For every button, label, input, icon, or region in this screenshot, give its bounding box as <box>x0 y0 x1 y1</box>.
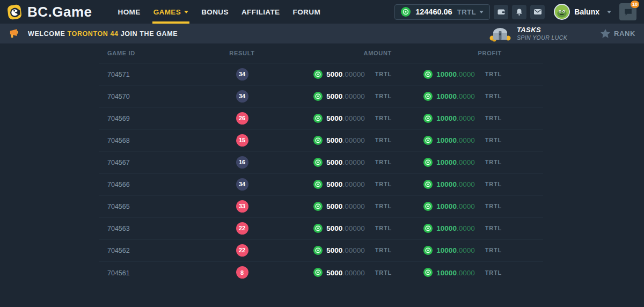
top-navigation-bar: BC.Game HOME GAMES BONUS AFFILIATE FORUM… <box>0 0 644 24</box>
balance-amount: 124460.06 <box>415 8 452 16</box>
amount-value: 5000.00000 TRTL <box>313 201 392 211</box>
amount-value: 5000.00000 TRTL <box>313 245 392 255</box>
nav-home[interactable]: HOME <box>112 0 147 24</box>
table-row[interactable]: 704567 16 5000.00000 TRTL <box>99 151 543 173</box>
trtl-coin-icon <box>423 180 433 189</box>
amount-currency: TRTL <box>375 181 392 187</box>
profit-currency: TRTL <box>485 159 502 165</box>
profit-value: 10000.0000 TRTL <box>423 245 502 255</box>
megaphone-icon <box>9 28 20 39</box>
game-id: 704563 <box>107 225 130 232</box>
result-badge: 8 <box>236 266 248 279</box>
envelope-icon <box>533 8 542 16</box>
table-row[interactable]: 704562 22 5000.00000 TRTL <box>99 239 543 261</box>
game-id: 704569 <box>107 115 130 122</box>
balance-currency: TRTL <box>457 8 484 16</box>
profit-value: 10000.0000 TRTL <box>423 91 502 101</box>
star-icon <box>601 29 610 38</box>
welcome-text: WELCOME TORONTON 44 JOIN THE GAME <box>28 30 178 38</box>
tasks-copy: TASKS SPIN YOUR LUCK <box>517 26 567 41</box>
header-right-controls: 124460.06 TRTL <box>394 3 636 20</box>
tasks-widget[interactable]: TASKS SPIN YOUR LUCK <box>489 26 567 42</box>
trtl-coin-icon <box>423 268 433 277</box>
trtl-coin-icon <box>423 136 433 145</box>
wallet-icon <box>497 8 506 16</box>
table-row[interactable]: 704570 34 5000.00000 TRTL <box>99 85 543 107</box>
trtl-coin-icon <box>401 7 411 17</box>
user-menu[interactable]: Balunx <box>554 4 611 20</box>
amount-currency: TRTL <box>375 71 392 77</box>
trtl-coin-icon <box>313 70 323 79</box>
profit-currency: TRTL <box>485 181 502 187</box>
amount-currency: TRTL <box>375 269 392 276</box>
result-badge: 22 <box>236 222 248 235</box>
profit-currency: TRTL <box>485 137 502 143</box>
welcome-message: WELCOME TORONTON 44 JOIN THE GAME <box>9 28 178 39</box>
trtl-coin-icon <box>313 224 323 233</box>
chat-bubble-icon <box>624 8 633 17</box>
trtl-coin-icon <box>313 114 323 123</box>
table-row[interactable]: 704565 33 5000.00000 TRTL <box>99 195 543 217</box>
trtl-coin-icon <box>423 246 433 255</box>
nav-games[interactable]: GAMES <box>147 0 195 24</box>
column-header-result: RESULT <box>218 50 266 56</box>
amount-value: 5000.00000 TRTL <box>313 179 392 189</box>
result-badge: 26 <box>236 112 248 125</box>
amount-value: 5000.00000 TRTL <box>313 91 392 101</box>
chat-unread-badge: 10 <box>631 1 639 8</box>
amount-currency: TRTL <box>375 137 392 143</box>
game-id: 704568 <box>107 137 130 144</box>
chevron-down-icon <box>607 11 611 13</box>
games-table-body: 704571 34 5000.00000 TRTL <box>99 63 543 283</box>
result-badge: 34 <box>236 90 248 103</box>
amount-currency: TRTL <box>375 225 392 231</box>
rank-widget[interactable]: RANK <box>601 29 635 38</box>
game-id: 704570 <box>107 93 130 100</box>
table-row[interactable]: 704561 8 5000.00000 TRTL <box>99 261 543 283</box>
profit-currency: TRTL <box>485 115 502 121</box>
trtl-coin-icon <box>423 92 433 101</box>
profit-value: 10000.0000 TRTL <box>423 179 502 189</box>
table-row[interactable]: 704563 22 5000.00000 TRTL <box>99 217 543 239</box>
balance-selector[interactable]: 124460.06 TRTL <box>394 4 490 20</box>
trtl-coin-icon <box>423 158 433 167</box>
profit-value: 10000.0000 TRTL <box>423 69 502 79</box>
profit-currency: TRTL <box>485 269 502 276</box>
wallet-button[interactable] <box>494 5 508 19</box>
profit-value: 10000.0000 TRTL <box>423 268 502 277</box>
game-id: 704565 <box>107 203 130 210</box>
table-row[interactable]: 704569 26 5000.00000 TRTL <box>99 107 543 129</box>
chat-button[interactable]: 10 <box>619 3 636 20</box>
column-header-profit: PROFIT <box>392 50 502 56</box>
nav-bonus[interactable]: BONUS <box>195 0 235 24</box>
table-row[interactable]: 704566 34 5000.00000 TRTL <box>99 173 543 195</box>
amount-value: 5000.00000 TRTL <box>313 157 392 167</box>
brand-logo[interactable]: BC.Game <box>6 3 92 21</box>
messages-button[interactable] <box>530 5 545 19</box>
avatar <box>554 4 570 20</box>
result-badge: 15 <box>236 134 248 147</box>
trtl-coin-icon <box>313 158 323 167</box>
column-header-game-id: GAME ID <box>99 50 218 56</box>
nav-affiliate[interactable]: AFFILIATE <box>235 0 287 24</box>
table-row[interactable]: 704568 15 5000.00000 TRTL <box>99 129 543 151</box>
game-id: 704561 <box>107 269 130 277</box>
profit-value: 10000.0000 TRTL <box>423 113 502 123</box>
trtl-coin-icon <box>313 92 323 101</box>
amount-value: 5000.00000 TRTL <box>313 69 392 79</box>
profit-currency: TRTL <box>485 71 502 77</box>
trtl-coin-icon <box>423 114 433 123</box>
trtl-coin-icon <box>423 70 433 79</box>
treasure-chest-icon <box>489 26 511 42</box>
amount-currency: TRTL <box>375 247 392 253</box>
main-nav: HOME GAMES BONUS AFFILIATE FORUM <box>112 0 327 24</box>
profit-currency: TRTL <box>485 247 502 253</box>
notifications-button[interactable] <box>512 5 526 19</box>
nav-forum[interactable]: FORUM <box>287 0 327 24</box>
trtl-coin-icon <box>313 202 323 211</box>
amount-currency: TRTL <box>375 203 392 209</box>
welcome-username: TORONTON 44 <box>68 30 119 38</box>
result-badge: 34 <box>236 68 248 81</box>
table-row[interactable]: 704571 34 5000.00000 TRTL <box>99 63 543 85</box>
amount-currency: TRTL <box>375 159 392 165</box>
